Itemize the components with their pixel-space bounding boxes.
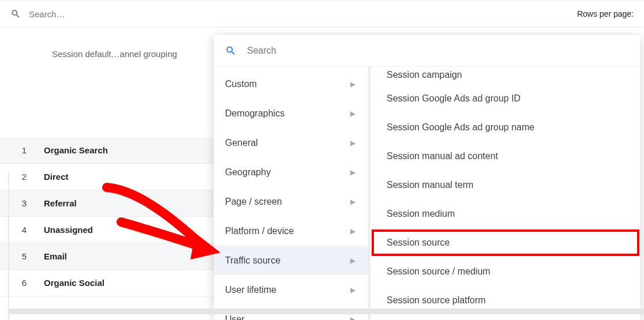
- dimension-picker[interactable]: Session default…annel grouping: [0, 45, 242, 62]
- option-item-cut[interactable]: Session campaign: [370, 67, 641, 84]
- table-row[interactable]: 3Referral: [0, 190, 242, 217]
- row-name: Organic Search: [44, 145, 108, 155]
- category-label: User lifetime: [225, 285, 276, 295]
- search-icon: [10, 9, 21, 19]
- chevron-right-icon: ▶: [350, 168, 355, 176]
- chevron-right-icon: ▶: [350, 257, 355, 265]
- category-item[interactable]: Page / screen▶: [214, 187, 368, 216]
- row-name: Email: [44, 251, 67, 261]
- options-column: Session campaignSession Google Ads ad gr…: [370, 67, 641, 320]
- category-label: Custom: [225, 79, 257, 89]
- option-item[interactable]: Session source / medium: [370, 257, 641, 286]
- row-index: 2: [0, 172, 44, 182]
- option-item[interactable]: Session manual ad content: [370, 142, 641, 171]
- category-label: Demographics: [225, 108, 284, 119]
- rows-per-page-label: Rows per page:: [577, 9, 634, 18]
- table-rows: 1Organic Search2Direct3Referral4Unassign…: [0, 137, 242, 296]
- row-index: 5: [0, 251, 44, 261]
- category-column: Custom▶Demographics▶General▶Geography▶Pa…: [214, 67, 370, 320]
- row-index: 4: [0, 225, 44, 235]
- table-left-border: [8, 172, 9, 320]
- category-label: Geography: [225, 167, 271, 178]
- popover-search-input[interactable]: [247, 46, 629, 56]
- option-item[interactable]: Session Google Ads ad group ID: [370, 84, 641, 113]
- search-icon: [225, 45, 237, 57]
- category-item[interactable]: Custom▶: [214, 69, 368, 99]
- dimension-label: Session default…annel grouping: [52, 49, 224, 59]
- row-name: Referral: [44, 198, 77, 208]
- table-row[interactable]: 2Direct: [0, 164, 242, 190]
- dimension-column: Session default…annel grouping 1Organic …: [0, 28, 242, 296]
- category-label: Page / screen: [225, 197, 282, 207]
- category-item[interactable]: User lifetime▶: [214, 275, 368, 304]
- category-label: Traffic source: [225, 255, 280, 266]
- option-item[interactable]: Session manual term: [370, 171, 641, 199]
- row-name: Organic Social: [44, 278, 104, 288]
- category-label: General: [225, 138, 258, 148]
- option-item[interactable]: Session source: [370, 228, 641, 257]
- category-item[interactable]: Demographics▶: [214, 99, 368, 128]
- popover-body: Custom▶Demographics▶General▶Geography▶Pa…: [214, 67, 641, 320]
- chevron-right-icon: ▶: [350, 198, 355, 206]
- row-name: Direct: [44, 172, 69, 182]
- table-row[interactable]: 1Organic Search: [0, 137, 242, 164]
- option-item[interactable]: Session Google Ads ad group name: [370, 113, 641, 142]
- category-item[interactable]: Platform / device▶: [214, 216, 368, 246]
- row-name: Unassigned: [44, 225, 93, 235]
- category-item[interactable]: General▶: [214, 128, 368, 157]
- top-search-bar: Rows per page:: [0, 0, 644, 28]
- chevron-right-icon: ▶: [350, 80, 355, 88]
- chevron-right-icon: ▶: [350, 315, 355, 320]
- chevron-right-icon: ▶: [350, 139, 355, 147]
- option-item[interactable]: Session medium: [370, 199, 641, 228]
- category-label: Platform / device: [225, 226, 294, 236]
- chevron-right-icon: ▶: [350, 110, 355, 118]
- category-item[interactable]: Geography▶: [214, 157, 368, 187]
- row-index: 1: [0, 145, 44, 155]
- category-label: User: [225, 314, 245, 320]
- category-item[interactable]: Traffic source▶: [214, 246, 368, 275]
- dimension-popover: Custom▶Demographics▶General▶Geography▶Pa…: [214, 35, 641, 320]
- table-row[interactable]: 4Unassigned: [0, 217, 242, 243]
- row-index: 3: [0, 198, 44, 208]
- table-row[interactable]: 6Organic Social: [0, 270, 242, 296]
- chevron-right-icon: ▶: [350, 286, 355, 294]
- bottom-scrollbar[interactable]: [8, 308, 644, 314]
- top-search-input[interactable]: [29, 9, 577, 19]
- chevron-right-icon: ▶: [350, 227, 355, 235]
- row-index: 6: [0, 278, 44, 288]
- popover-search-bar: [214, 35, 641, 67]
- table-row[interactable]: 5Email: [0, 243, 242, 270]
